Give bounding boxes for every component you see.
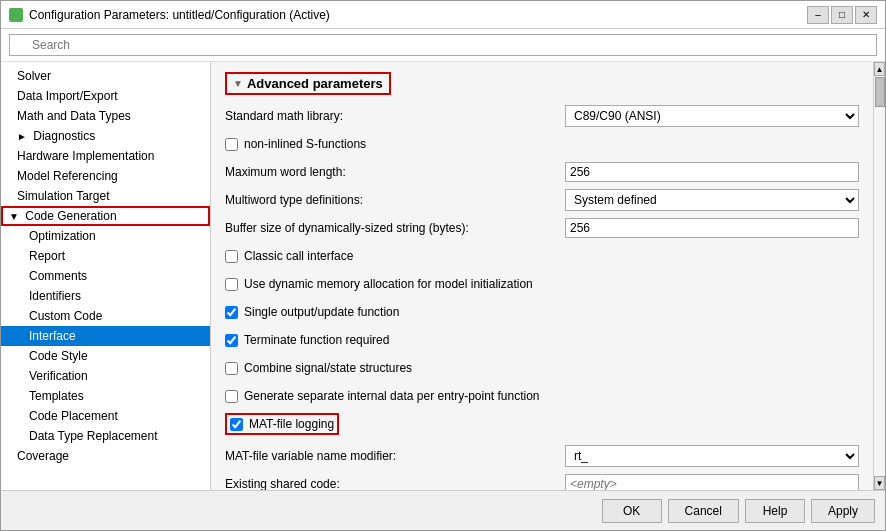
window-title: Configuration Parameters: untitled/Confi… [29, 8, 330, 22]
multiword-type-label: Multiword type definitions: [225, 193, 565, 207]
non-inlined-s-functions-row: non-inlined S-functions [225, 133, 859, 155]
buffer-size-input[interactable] [565, 218, 859, 238]
classic-call-interface-checkbox[interactable] [225, 250, 238, 263]
title-controls[interactable]: – □ ✕ [807, 6, 877, 24]
separate-internal-data-checkbox[interactable] [225, 390, 238, 403]
multiword-type-select-wrapper: System defined User defined [565, 189, 859, 211]
buffer-size-label: Buffer size of dynamically-sized string … [225, 221, 565, 235]
standard-math-library-label: Standard math library: [225, 109, 565, 123]
mat-file-variable-select[interactable]: rt_ none _rt [565, 445, 859, 467]
collapse-icon[interactable]: ▼ [233, 78, 243, 89]
existing-shared-code-label: Existing shared code: [225, 477, 565, 490]
standard-math-library-select[interactable]: C89/C90 (ANSI) C99 (ISO) C11 (ISO) [565, 105, 859, 127]
sidebar-item-templates[interactable]: Templates [1, 386, 210, 406]
section-header: ▼ Advanced parameters [225, 72, 859, 95]
content-area: ▼ Advanced parameters Standard math libr… [211, 62, 873, 490]
sidebar-item-code-style[interactable]: Code Style [1, 346, 210, 366]
app-icon [9, 8, 23, 22]
dynamic-memory-label: Use dynamic memory allocation for model … [244, 277, 533, 291]
combine-signal-checkbox[interactable] [225, 362, 238, 375]
search-bar: 🔍 [1, 29, 885, 62]
sidebar-item-identifiers[interactable]: Identifiers [1, 286, 210, 306]
sidebar-item-math-data-types[interactable]: Math and Data Types [1, 106, 210, 126]
title-bar-left: Configuration Parameters: untitled/Confi… [9, 8, 330, 22]
single-output-label: Single output/update function [244, 305, 399, 319]
sidebar-item-model-referencing[interactable]: Model Referencing [1, 166, 210, 186]
standard-math-library-select-wrapper: C89/C90 (ANSI) C99 (ISO) C11 (ISO) [565, 105, 859, 127]
single-output-row: Single output/update function [225, 301, 859, 323]
dynamic-memory-row: Use dynamic memory allocation for model … [225, 273, 859, 295]
combine-signal-label: Combine signal/state structures [244, 361, 412, 375]
multiword-type-row: Multiword type definitions: System defin… [225, 189, 859, 211]
combine-signal-row: Combine signal/state structures [225, 357, 859, 379]
scroll-thumb[interactable] [875, 77, 885, 107]
sidebar-item-code-generation[interactable]: ▼ Code Generation [1, 206, 210, 226]
close-button[interactable]: ✕ [855, 6, 877, 24]
mat-file-logging-label: MAT-file logging [249, 417, 334, 431]
sidebar-item-comments[interactable]: Comments [1, 266, 210, 286]
standard-math-library-control: C89/C90 (ANSI) C99 (ISO) C11 (ISO) [565, 105, 859, 127]
max-word-length-row: Maximum word length: [225, 161, 859, 183]
sidebar-item-coverage[interactable]: Coverage [1, 446, 210, 466]
buffer-size-control [565, 218, 859, 238]
mat-file-variable-label: MAT-file variable name modifier: [225, 449, 565, 463]
max-word-length-label: Maximum word length: [225, 165, 565, 179]
sidebar-item-hardware-impl[interactable]: Hardware Implementation [1, 146, 210, 166]
mat-file-variable-control: rt_ none _rt [565, 445, 859, 467]
separate-internal-data-row: Generate separate internal data per entr… [225, 385, 859, 407]
non-inlined-s-functions-label: non-inlined S-functions [244, 137, 366, 151]
terminate-function-label: Terminate function required [244, 333, 389, 347]
sidebar-item-data-type-replacement[interactable]: Data Type Replacement [1, 426, 210, 446]
main-content: Solver Data Import/Export Math and Data … [1, 62, 885, 490]
existing-shared-code-input[interactable] [565, 474, 859, 490]
sidebar-item-interface[interactable]: Interface [1, 326, 210, 346]
scroll-track [874, 76, 885, 476]
terminate-function-row: Terminate function required [225, 329, 859, 351]
sidebar-item-optimization[interactable]: Optimization [1, 226, 210, 246]
sidebar-item-solver[interactable]: Solver [1, 66, 210, 86]
help-button[interactable]: Help [745, 499, 805, 523]
dynamic-memory-checkbox[interactable] [225, 278, 238, 291]
single-output-checkbox[interactable] [225, 306, 238, 319]
sidebar-item-custom-code[interactable]: Custom Code [1, 306, 210, 326]
sidebar-item-simulation-target[interactable]: Simulation Target [1, 186, 210, 206]
mat-file-logging-checkbox[interactable] [230, 418, 243, 431]
title-bar: Configuration Parameters: untitled/Confi… [1, 1, 885, 29]
separate-internal-data-label: Generate separate internal data per entr… [244, 389, 540, 403]
mat-file-variable-select-wrapper: rt_ none _rt [565, 445, 859, 467]
existing-shared-code-control [565, 474, 859, 490]
buffer-size-row: Buffer size of dynamically-sized string … [225, 217, 859, 239]
max-word-length-input[interactable] [565, 162, 859, 182]
classic-call-interface-row: Classic call interface [225, 245, 859, 267]
apply-button[interactable]: Apply [811, 499, 875, 523]
minimize-button[interactable]: – [807, 6, 829, 24]
terminate-function-checkbox[interactable] [225, 334, 238, 347]
standard-math-library-row: Standard math library: C89/C90 (ANSI) C9… [225, 105, 859, 127]
non-inlined-s-functions-checkbox[interactable] [225, 138, 238, 151]
sidebar-item-code-placement[interactable]: Code Placement [1, 406, 210, 426]
sidebar-item-diagnostics[interactable]: ► Diagnostics [1, 126, 210, 146]
multiword-type-control: System defined User defined [565, 189, 859, 211]
max-word-length-control [565, 162, 859, 182]
sidebar: Solver Data Import/Export Math and Data … [1, 62, 211, 490]
cancel-button[interactable]: Cancel [668, 499, 739, 523]
sidebar-item-data-import-export[interactable]: Data Import/Export [1, 86, 210, 106]
scroll-down-button[interactable]: ▼ [874, 476, 885, 490]
mat-file-variable-row: MAT-file variable name modifier: rt_ non… [225, 445, 859, 467]
sidebar-item-report[interactable]: Report [1, 246, 210, 266]
multiword-type-select[interactable]: System defined User defined [565, 189, 859, 211]
bottom-bar: OK Cancel Help Apply [1, 490, 885, 530]
classic-call-interface-label: Classic call interface [244, 249, 353, 263]
search-input[interactable] [9, 34, 877, 56]
main-window: Configuration Parameters: untitled/Confi… [0, 0, 886, 531]
section-title: ▼ Advanced parameters [225, 72, 391, 95]
maximize-button[interactable]: □ [831, 6, 853, 24]
right-scrollbar[interactable]: ▲ ▼ [873, 62, 885, 490]
ok-button[interactable]: OK [602, 499, 662, 523]
mat-file-logging-row: MAT-file logging [225, 413, 339, 435]
scroll-up-button[interactable]: ▲ [874, 62, 885, 76]
search-wrapper: 🔍 [9, 34, 877, 56]
existing-shared-code-row: Existing shared code: [225, 473, 859, 490]
sidebar-item-verification[interactable]: Verification [1, 366, 210, 386]
